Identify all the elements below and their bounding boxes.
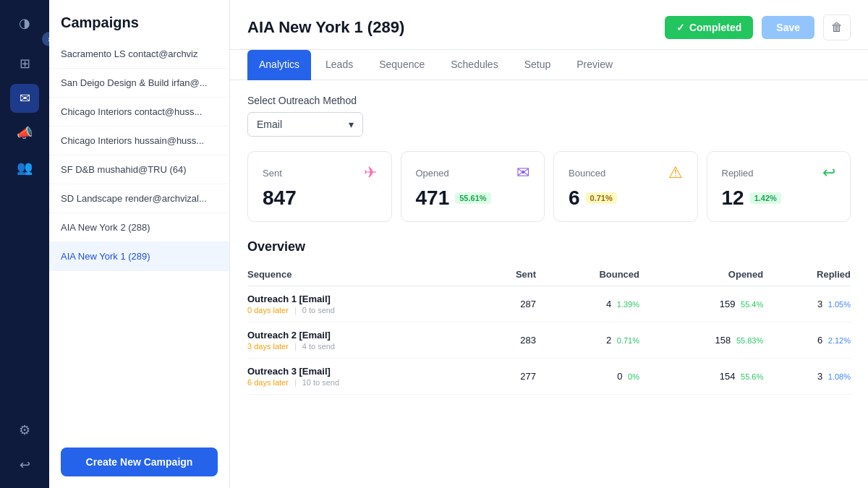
replied-cell: 6 2.12% xyxy=(763,322,851,359)
bounced-cell: 2 0.71% xyxy=(536,322,639,359)
logout-icon[interactable]: ↩ xyxy=(10,450,39,479)
stat-label: Sent xyxy=(263,168,282,179)
trash-icon: 🗑 xyxy=(831,21,843,33)
stat-card-sent: Sent✈847 xyxy=(247,151,392,222)
stat-header: Sent✈ xyxy=(263,163,377,182)
campaign-sidebar: Campaigns Sacramento LS contact@archvizS… xyxy=(49,0,230,488)
campaign-title: AIA New York 1 (289) xyxy=(247,18,656,37)
completed-button[interactable]: ✓ Completed xyxy=(665,16,753,39)
stat-badge: 55.61% xyxy=(455,192,490,204)
campaign-item[interactable]: AIA New York 1 (289) xyxy=(49,242,229,271)
opened-icon: ✉ xyxy=(516,163,529,182)
campaign-item[interactable]: AIA New York 2 (288) xyxy=(49,213,229,242)
campaign-item[interactable]: San Deigo Design & Build irfan@... xyxy=(49,69,229,98)
outreach-selected-value: Email xyxy=(257,119,282,130)
stats-row: Sent✈847Opened✉47155.61%Bounced⚠60.71%Re… xyxy=(247,151,851,222)
campaign-item[interactable]: Sacramento LS contact@archviz xyxy=(49,40,229,69)
stat-card-replied: Replied↩121.42% xyxy=(707,151,851,222)
stat-value: 12 xyxy=(722,187,744,210)
col-header-replied: Replied xyxy=(763,263,851,286)
bounced-icon: ⚠ xyxy=(668,163,683,182)
bounced-cell: 0 0% xyxy=(536,359,639,395)
campaign-item[interactable]: SF D&B mushahid@TRU (64) xyxy=(49,155,229,184)
main-content: AIA New York 1 (289) ✓ Completed Save 🗑 … xyxy=(230,0,868,488)
content-area: Select Outreach Method Email ▾ Sent✈847O… xyxy=(230,80,868,488)
stat-label: Replied xyxy=(722,168,754,179)
completed-label: Completed xyxy=(689,22,741,33)
stat-header: Bounced⚠ xyxy=(569,163,683,182)
opened-cell: 154 55.6% xyxy=(639,359,763,395)
dashboard-icon[interactable]: ⊞ xyxy=(10,49,39,78)
stat-value-row: 847 xyxy=(263,187,377,210)
tab-leads[interactable]: Leads xyxy=(314,50,365,80)
campaign-item[interactable]: SD Landscape render@archvizal... xyxy=(49,184,229,213)
table-row: Outreach 3 [Email] 6 days later | 10 to … xyxy=(247,359,851,395)
stat-label: Bounced xyxy=(569,168,605,179)
col-header-sequence: Sequence xyxy=(247,263,484,286)
create-button-wrapper: Create New Campaign xyxy=(49,436,229,488)
header-row: SequenceSentBouncedOpenedReplied xyxy=(247,263,851,286)
outreach-method-select[interactable]: Email ▾ xyxy=(247,112,363,137)
campaign-item[interactable]: Chicago Interiors hussain@huss... xyxy=(49,127,229,155)
stat-value: 847 xyxy=(263,187,297,210)
stat-header: Replied↩ xyxy=(722,163,836,182)
tab-analytics[interactable]: Analytics xyxy=(247,50,311,80)
stat-value-row: 121.42% xyxy=(722,187,836,210)
delete-button[interactable]: 🗑 xyxy=(823,14,851,40)
replied-cell: 3 1.08% xyxy=(763,359,851,395)
table-row: Outreach 2 [Email] 3 days later | 4 to s… xyxy=(247,322,851,359)
overview-table-header: SequenceSentBouncedOpenedReplied xyxy=(247,263,851,286)
stat-value-row: 60.71% xyxy=(569,187,683,210)
sequence-cell: Outreach 3 [Email] 6 days later | 10 to … xyxy=(247,359,484,395)
stat-value: 471 xyxy=(416,187,450,210)
sent-cell: 277 xyxy=(484,359,536,395)
check-icon: ✓ xyxy=(676,22,685,33)
stat-badge: 1.42% xyxy=(750,192,781,204)
stat-card-opened: Opened✉47155.61% xyxy=(401,151,545,222)
settings-icon[interactable]: ⚙ xyxy=(10,416,39,445)
replied-icon: ↩ xyxy=(822,163,835,182)
outreach-label: Select Outreach Method xyxy=(247,95,851,106)
opened-cell: 158 55.83% xyxy=(639,322,763,359)
sent-icon: ✈ xyxy=(364,163,377,182)
stat-header: Opened✉ xyxy=(416,163,530,182)
table-row: Outreach 1 [Email] 0 days later | 0 to s… xyxy=(247,286,851,322)
tab-schedules[interactable]: Schedules xyxy=(439,50,509,80)
stat-badge: 0.71% xyxy=(586,192,617,204)
create-campaign-button[interactable]: Create New Campaign xyxy=(61,448,218,476)
tab-sequence[interactable]: Sequence xyxy=(367,50,436,80)
tab-preview[interactable]: Preview xyxy=(565,50,624,80)
chevron-down-icon: ▾ xyxy=(349,119,354,130)
tab-setup[interactable]: Setup xyxy=(513,50,563,80)
opened-cell: 159 55.4% xyxy=(639,286,763,322)
sent-cell: 283 xyxy=(484,322,536,359)
main-header: AIA New York 1 (289) ✓ Completed Save 🗑 xyxy=(230,0,868,50)
campaign-list: Sacramento LS contact@archvizSan Deigo D… xyxy=(49,40,229,436)
campaign-item[interactable]: Chicago Interiors contact@huss... xyxy=(49,98,229,127)
tab-bar: AnalyticsLeadsSequenceSchedulesSetupPrev… xyxy=(230,50,868,80)
campaigns-icon[interactable]: ✉ xyxy=(10,84,39,113)
stat-card-bounced: Bounced⚠60.71% xyxy=(553,151,698,222)
stat-value-row: 47155.61% xyxy=(416,187,530,210)
overview-table: SequenceSentBouncedOpenedReplied Outreac… xyxy=(247,263,851,395)
megaphone-icon[interactable]: 📣 xyxy=(10,119,39,147)
overview-table-body: Outreach 1 [Email] 0 days later | 0 to s… xyxy=(247,286,851,395)
bounced-cell: 4 1.39% xyxy=(536,286,639,322)
stat-label: Opened xyxy=(416,168,449,179)
col-header-sent: Sent xyxy=(484,263,536,286)
sequence-cell: Outreach 1 [Email] 0 days later | 0 to s… xyxy=(247,286,484,322)
overview-title: Overview xyxy=(247,239,851,254)
save-button[interactable]: Save xyxy=(762,16,814,39)
toggle-icon[interactable]: ◑ xyxy=(10,9,39,38)
col-header-opened: Opened xyxy=(639,263,763,286)
stat-value: 6 xyxy=(569,187,580,210)
sequence-cell: Outreach 2 [Email] 3 days later | 4 to s… xyxy=(247,322,484,359)
sent-cell: 287 xyxy=(484,286,536,322)
col-header-bounced: Bounced xyxy=(536,263,639,286)
sidebar-title: Campaigns xyxy=(49,0,229,40)
icon-sidebar: ◑ › ⊞ ✉ 📣 👥 ⚙ ↩ xyxy=(0,0,49,488)
replied-cell: 3 1.05% xyxy=(763,286,851,322)
users-icon[interactable]: 👥 xyxy=(10,153,39,182)
